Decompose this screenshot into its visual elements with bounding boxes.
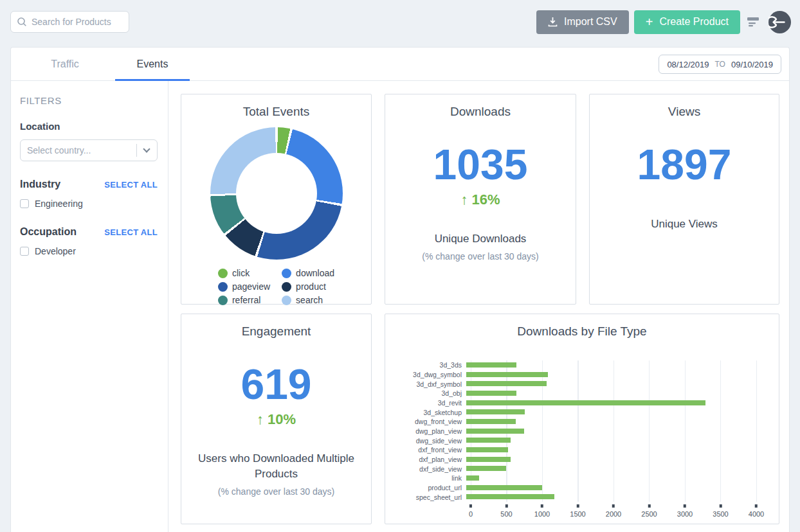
bar-label: dxf_plan_view <box>385 456 466 463</box>
account-logo[interactable] <box>768 11 791 33</box>
x-axis-tick: 1000 <box>534 504 550 518</box>
dashboard-main: Total Events clickdownloadpageviewproduc… <box>168 81 779 532</box>
bar <box>466 372 548 377</box>
x-axis-tick: 3000 <box>677 504 693 518</box>
occupation-select-all-link[interactable]: SELECT ALL <box>104 227 158 237</box>
bar-row: dwg_side_view <box>385 436 779 445</box>
search-input[interactable] <box>10 11 129 33</box>
select-divider <box>136 144 137 157</box>
bar-row: 3d_3ds <box>385 360 779 370</box>
total-events-card: Total Events clickdownloadpageviewproduc… <box>181 94 372 305</box>
views-card: Views 1897 Unique Views <box>589 94 779 305</box>
downloads-card: Downloads 1035 ↑ 16% Unique Downloads (%… <box>385 94 576 305</box>
bar-label: dwg_side_view <box>385 437 466 445</box>
chart-x-axis: 05001000150020002500300035004000 <box>471 504 779 524</box>
tick-mark <box>541 504 543 508</box>
bar <box>466 438 511 443</box>
downloads-value: 1035 <box>385 143 576 186</box>
views-title: Views <box>590 105 779 119</box>
date-separator: TO <box>714 60 725 69</box>
developer-label: Developer <box>35 246 76 256</box>
legend-dot-icon <box>218 296 228 305</box>
bar-label: dwg_front_view <box>385 418 466 425</box>
tab-traffic[interactable]: Traffic <box>28 48 102 80</box>
bar <box>466 494 554 499</box>
industry-select-all-link[interactable]: SELECT ALL <box>104 180 158 190</box>
chevron-down-icon <box>143 145 150 152</box>
date-range-picker[interactable]: 08/12/2019 TO 09/10/2019 <box>659 55 781 74</box>
date-start: 08/12/2019 <box>667 60 709 69</box>
bar <box>466 475 479 481</box>
bar-row: dxf_side_view <box>385 464 779 474</box>
date-end: 09/10/2019 <box>731 60 773 69</box>
bar-row: 3d_revit <box>385 398 779 408</box>
tick-label: 500 <box>500 510 512 518</box>
bar-label: 3d_obj <box>385 389 466 397</box>
legend-dot-icon <box>218 269 228 278</box>
tick-mark <box>684 504 686 508</box>
bar-row: dxf_plan_view <box>385 455 779 465</box>
topbar-actions: Import CSV + Create Product <box>536 10 791 34</box>
x-axis-tick: 0 <box>469 504 473 518</box>
engagement-value: 619 <box>181 363 371 405</box>
engagement-title: Engagement <box>181 324 371 339</box>
checkbox-engineering[interactable] <box>20 199 29 208</box>
tick-label: 1500 <box>570 510 585 518</box>
bar <box>466 409 525 414</box>
tick-mark <box>648 504 650 508</box>
industry-label: Industry <box>20 179 60 190</box>
tab-events[interactable]: Events <box>115 48 190 80</box>
legend-label: product <box>296 281 326 292</box>
create-product-button[interactable]: + Create Product <box>634 10 740 34</box>
console-icon[interactable] <box>747 17 759 27</box>
legend-item: search <box>282 295 334 305</box>
legend-item: download <box>282 268 334 278</box>
bar <box>466 466 506 471</box>
bar-label: dxf_front_view <box>385 446 466 454</box>
tab-bar: Traffic Events 08/12/2019 TO 09/10/2019 <box>11 48 789 81</box>
bar-row: 3d_dxf_symbol <box>385 379 779 389</box>
bar <box>466 381 547 386</box>
bar-row: dwg_front_view <box>385 417 779 427</box>
bar-row: 3d_sketchup <box>385 407 779 417</box>
legend-item: pageview <box>218 281 270 292</box>
engagement-subtitle: Users who Downloaded Multiple Products <box>189 451 364 482</box>
legend-label: search <box>296 295 323 305</box>
legend-dot-icon <box>282 269 291 278</box>
downloads-by-file-type-title: Downloads by File Type <box>385 324 779 339</box>
brand-arrow-icon <box>768 11 791 33</box>
tick-mark <box>755 504 758 508</box>
import-csv-label: Import CSV <box>564 16 617 28</box>
bar-row: 3d_obj <box>385 389 779 398</box>
bar-row: spec_sheet_url <box>385 492 779 502</box>
legend-label: referral <box>232 295 260 305</box>
engagement-change: ↑ 10% <box>181 411 371 428</box>
checkbox-developer[interactable] <box>20 247 29 256</box>
bar-label: product_url <box>385 484 466 492</box>
bar-row: dwg_plan_view <box>385 427 779 436</box>
create-product-label: Create Product <box>659 16 729 28</box>
import-csv-button[interactable]: Import CSV <box>536 10 629 34</box>
country-select-placeholder: Select country... <box>27 145 91 155</box>
occupation-label: Occupation <box>20 226 77 238</box>
filters-title: FILTERS <box>20 95 158 106</box>
country-select[interactable]: Select country... <box>20 139 158 161</box>
tick-label: 3500 <box>713 510 728 518</box>
tick-label: 2500 <box>641 510 657 518</box>
tick-mark <box>719 504 722 508</box>
bar <box>466 391 516 396</box>
bar <box>466 447 508 452</box>
occupation-option-row: Developer <box>20 246 158 256</box>
total-events-donut-chart <box>210 127 343 260</box>
legend-dot-icon <box>282 296 291 305</box>
x-axis-tick: 1500 <box>570 504 585 518</box>
legend-dot-icon <box>282 282 291 292</box>
bar <box>466 419 516 424</box>
views-value: 1897 <box>590 143 779 186</box>
bar-label: 3d_revit <box>385 399 466 407</box>
bar <box>466 457 511 462</box>
tick-label: 4000 <box>749 510 764 518</box>
bar-row: 3d_dwg_symbol <box>385 370 779 380</box>
views-subtitle: Unique Views <box>597 217 772 232</box>
tick-label: 2000 <box>606 510 621 518</box>
